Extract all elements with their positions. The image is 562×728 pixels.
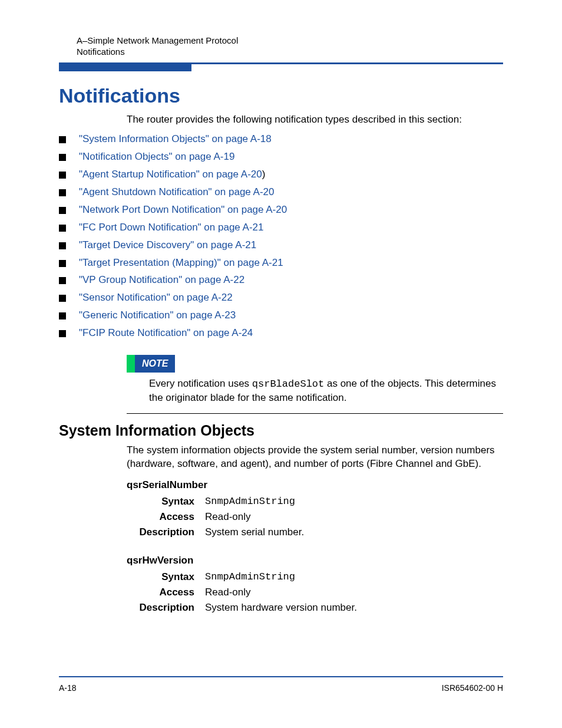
definition-row: Access Read-only xyxy=(127,587,503,598)
definition-row: Description System hardware version numb… xyxy=(127,602,503,614)
bullet-icon xyxy=(59,277,66,284)
definition-row: Syntax SnmpAdminString xyxy=(127,571,503,583)
cross-reference-link[interactable]: "Sensor Notification" on page A-22 xyxy=(79,292,233,303)
list-item: "VP Group Notification" on page A-22 xyxy=(59,274,503,287)
cross-reference-link[interactable]: "Network Port Down Notification" on page… xyxy=(79,204,287,215)
bullet-icon xyxy=(59,207,66,214)
description-value: System serial number. xyxy=(205,526,503,538)
cross-reference-link[interactable]: "FC Port Down Notification" on page A-21 xyxy=(79,222,264,233)
bullet-icon xyxy=(59,189,66,196)
list-item: "System Information Objects" on page A-1… xyxy=(59,133,503,146)
list-item: "Target Device Discovery" on page A-21 xyxy=(59,239,503,252)
list-item: "FCIP Route Notification" on page A-24 xyxy=(59,327,503,340)
access-label: Access xyxy=(127,587,205,598)
access-label: Access xyxy=(127,511,205,523)
list-item: "Notification Objects" on page A-19 xyxy=(59,150,503,164)
description-label: Description xyxy=(127,602,205,614)
definition-row: Access Read-only xyxy=(127,511,503,523)
bullet-icon xyxy=(59,312,66,319)
list-item: "Sensor Notification" on page A-22 xyxy=(59,291,503,305)
page-number: A-18 xyxy=(59,683,77,693)
syntax-value: SnmpAdminString xyxy=(205,571,503,583)
object-name: qsrSerialNumber xyxy=(127,479,503,491)
notification-link-list: "System Information Objects" on page A-1… xyxy=(59,133,503,340)
access-value: Read-only xyxy=(205,511,503,523)
page-title: Notifications xyxy=(59,84,503,107)
section-separator xyxy=(127,413,503,414)
list-item: "Agent Startup Notification" on page A-2… xyxy=(59,168,503,182)
note-text-pre: Every notification uses xyxy=(149,378,252,389)
cross-reference-link[interactable]: "Generic Notification" on page A-23 xyxy=(79,309,236,321)
bullet-icon xyxy=(59,154,66,161)
list-item: "Agent Shutdown Notification" on page A-… xyxy=(59,186,503,199)
definition-row: Syntax SnmpAdminString xyxy=(127,496,503,508)
list-item: "Generic Notification" on page A-23 xyxy=(59,309,503,322)
document-id: ISR654602-00 H xyxy=(442,683,503,693)
note-block: NOTE Every notification uses qsrBladeSlo… xyxy=(127,355,503,404)
access-value: Read-only xyxy=(205,587,503,598)
cross-reference-link[interactable]: "System Information Objects" on page A-1… xyxy=(79,133,272,144)
cross-reference-link[interactable]: "Notification Objects" on page A-19 xyxy=(79,151,234,162)
intro-paragraph: The router provides the following notifi… xyxy=(127,113,503,127)
link-suffix: ) xyxy=(262,169,266,180)
page-footer: A-18 ISR654602-00 H xyxy=(59,676,503,693)
cross-reference-link[interactable]: "Agent Startup Notification" on page A-2… xyxy=(79,169,262,180)
header-accent-bar xyxy=(59,64,191,71)
section-intro: The system information objects provide t… xyxy=(127,444,503,471)
header-section-line: Notifications xyxy=(77,47,503,57)
bullet-icon xyxy=(59,136,66,143)
object-name: qsrHwVersion xyxy=(127,555,503,566)
syntax-label: Syntax xyxy=(127,571,205,583)
description-label: Description xyxy=(127,526,205,538)
note-code: qsrBladeSlot xyxy=(252,378,324,390)
cross-reference-link[interactable]: "Target Presentation (Mapping)" on page … xyxy=(79,257,283,268)
bullet-icon xyxy=(59,260,66,267)
footer-rule xyxy=(59,676,503,677)
bullet-icon xyxy=(59,172,66,179)
cross-reference-link[interactable]: "VP Group Notification" on page A-22 xyxy=(79,274,244,285)
note-label: NOTE xyxy=(127,355,175,373)
description-value: System hardware version number. xyxy=(205,602,503,614)
cross-reference-link[interactable]: "Target Device Discovery" on page A-21 xyxy=(79,239,256,251)
list-item: "Target Presentation (Mapping)" on page … xyxy=(59,256,503,270)
section-heading: System Information Objects xyxy=(59,422,503,439)
syntax-value: SnmpAdminString xyxy=(205,496,503,508)
bullet-icon xyxy=(59,330,66,337)
note-body: Every notification uses qsrBladeSlot as … xyxy=(149,377,503,405)
cross-reference-link[interactable]: "Agent Shutdown Notification" on page A-… xyxy=(79,186,275,197)
bullet-icon xyxy=(59,225,66,232)
cross-reference-link[interactable]: "FCIP Route Notification" on page A-24 xyxy=(79,327,253,338)
bullet-icon xyxy=(59,295,66,302)
list-item: "Network Port Down Notification" on page… xyxy=(59,203,503,217)
bullet-icon xyxy=(59,242,66,249)
header-appendix-line: A–Simple Network Management Protocol xyxy=(77,35,503,45)
list-item: "FC Port Down Notification" on page A-21 xyxy=(59,221,503,235)
definition-row: Description System serial number. xyxy=(127,526,503,538)
syntax-label: Syntax xyxy=(127,496,205,508)
